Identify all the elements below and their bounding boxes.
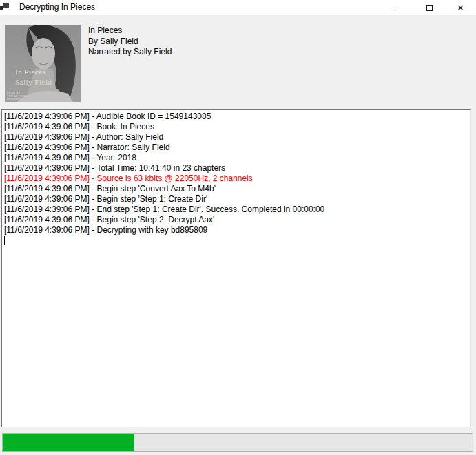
text-caret <box>4 236 5 245</box>
cover-title-text: In Pieces <box>15 67 46 76</box>
close-icon: ✕ <box>457 3 464 12</box>
progress-fill <box>3 434 134 451</box>
log-line: [11/6/2019 4:39:06 PM] - Source is 63 kb… <box>4 173 468 184</box>
book-cover-image: In Pieces Sally Field READ BY THE AUTHOR… <box>5 25 81 102</box>
log-line: [11/6/2019 4:39:06 PM] - Begin step 'Ste… <box>4 215 468 225</box>
minimize-button[interactable] <box>383 0 414 15</box>
log-line: [11/6/2019 4:39:06 PM] - Book: In Pieces <box>4 122 468 132</box>
window-title: Decrypting In Pieces <box>19 0 95 15</box>
log-line: [11/6/2019 4:39:06 PM] - Year: 2018 <box>4 153 468 163</box>
log-textbox[interactable]: [11/6/2019 4:39:06 PM] - Audible Book ID… <box>1 109 471 427</box>
titlebar: Decrypting In Pieces ✕ <box>0 0 476 15</box>
close-button[interactable]: ✕ <box>445 0 476 15</box>
app-window: Decrypting In Pieces ✕ <box>0 0 476 455</box>
book-info: In Pieces By Sally Field Narrated by Sal… <box>88 25 172 58</box>
cover-edition-text: Unabridged <box>7 97 21 100</box>
log-line: [11/6/2019 4:39:06 PM] - Total Time: 10:… <box>4 163 468 173</box>
window-controls: ✕ <box>383 0 476 15</box>
app-icon <box>0 2 11 13</box>
log-line: [11/6/2019 4:39:06 PM] - Narrator: Sally… <box>4 142 468 153</box>
log-line: [11/6/2019 4:39:06 PM] - Audible Book ID… <box>4 112 468 122</box>
book-title: In Pieces <box>88 25 172 36</box>
log-line: [11/6/2019 4:39:06 PM] - Decrypting with… <box>4 225 468 235</box>
maximize-icon <box>426 5 433 11</box>
app-icon-square-large <box>3 3 9 8</box>
cover-author-text: Sally Field <box>15 78 52 86</box>
minimize-icon <box>395 8 402 8</box>
log-line: [11/6/2019 4:39:06 PM] - Begin step 'Con… <box>4 184 468 194</box>
book-narrator: Narrated by Sally Field <box>88 47 172 58</box>
maximize-button[interactable] <box>414 0 445 15</box>
book-author: By Sally Field <box>88 36 172 47</box>
log-line: [11/6/2019 4:39:06 PM] - Begin step 'Ste… <box>4 194 468 204</box>
progress-bar <box>2 433 473 452</box>
app-icon-square-small <box>0 6 3 10</box>
log-line: [11/6/2019 4:39:06 PM] - Author: Sally F… <box>4 132 468 142</box>
log-line: [11/6/2019 4:39:06 PM] - End step 'Step … <box>4 204 468 215</box>
